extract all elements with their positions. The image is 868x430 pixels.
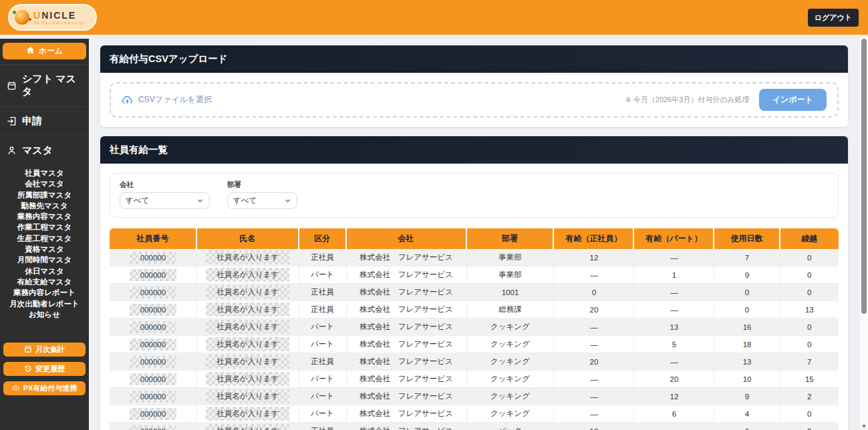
table-cell: 7 — [780, 353, 839, 371]
upload-note: ※ 今月（2026年3月）付与分のみ処理 — [625, 95, 749, 105]
table-cell: パック — [467, 423, 555, 430]
page-scrollbar[interactable]: ▼ — [860, 37, 868, 430]
sidebar-section-label: マスタ — [22, 144, 53, 157]
table-cell: 0 — [780, 266, 839, 284]
sidebar-subitem[interactable]: 有給支給マスタ — [0, 276, 89, 287]
chevron-down-icon — [196, 197, 204, 204]
table-cell: 0 — [780, 405, 839, 423]
app-logo[interactable]: UNICLE フレアユニクルソリューション — [8, 4, 97, 31]
csv-file-select-button[interactable]: CSVファイルを選択 — [122, 94, 212, 105]
table-column-header: 区分 — [299, 228, 347, 249]
table-cell: — — [634, 249, 714, 266]
table-cell: — — [554, 371, 634, 388]
table-cell: 10 — [714, 371, 780, 388]
employee-number-censored: 000000 — [130, 408, 176, 420]
csv-file-select-label: CSVファイルを選択 — [138, 94, 212, 105]
employee-number-censored: 000000 — [130, 356, 176, 368]
csv-dropzone[interactable]: CSVファイルを選択 ※ 今月（2026年3月）付与分のみ処理 インポート — [110, 82, 839, 118]
sidebar-subitem[interactable]: 作業工程マスタ — [0, 222, 89, 232]
table-cell: — — [554, 266, 634, 284]
table-cell: 1001 — [467, 284, 555, 301]
sidebar-subitem[interactable]: 業務内容マスタ — [0, 211, 89, 222]
sidebar-item-application[interactable]: 申請 — [0, 107, 89, 136]
sidebar-subitem[interactable]: 資格マスタ — [0, 244, 89, 254]
sidebar-item-home[interactable]: ホーム — [3, 43, 86, 59]
employee-name-censored: 社員名が入ります — [206, 372, 289, 386]
table-cell: 13 — [780, 301, 839, 318]
table-column-header: 部署 — [467, 228, 555, 249]
department-filter-select[interactable]: すべて — [227, 192, 297, 209]
table-cell: 9 — [714, 266, 780, 284]
filter-box: 会社 すべて 部署 すべて — [110, 173, 839, 218]
import-button[interactable]: インポート — [759, 89, 827, 111]
sidebar-action-label: 変更履歴 — [35, 364, 65, 374]
csv-upload-card-title: 有給付与CSVアップロード — [100, 45, 848, 73]
sidebar-subitem[interactable]: 勤務先マスタ — [0, 200, 89, 211]
table-cell: 正社員 — [299, 284, 347, 301]
sidebar-item-px-paid-leave-link[interactable]: PX有給付与連携 — [3, 381, 86, 395]
sidebar-home-label: ホーム — [39, 45, 63, 57]
employee-table-body: 000000社員名が入ります正社員株式会社 フレアサービス事業部12—70000… — [110, 249, 839, 430]
sidebar-item-monthly-summary[interactable]: 月次集計 — [3, 343, 86, 357]
sidebar-subitem[interactable]: 所属部課マスタ — [0, 190, 89, 200]
sidebar-item-change-history[interactable]: 変更履歴 — [3, 362, 86, 376]
table-cell: 000000 — [110, 318, 197, 336]
table-cell: 000000 — [110, 371, 197, 388]
sidebar-item-shift-master[interactable]: シフト マスタ — [0, 65, 89, 107]
sidebar-subitem[interactable]: 業務内容レポート — [0, 287, 89, 298]
table-cell: 事業部 — [467, 249, 555, 266]
table-cell: 正社員 — [299, 249, 347, 266]
table-cell: 13 — [634, 318, 714, 336]
table-cell: 社員名が入ります — [197, 284, 299, 301]
sidebar: ホーム シフト マスタ 申請 マスタ 社員マスタ会社マスタ所属部課マスタ勤務先マ… — [0, 39, 89, 430]
table-cell: 事業部 — [467, 266, 555, 284]
table-cell: 5 — [634, 336, 714, 353]
table-column-header: 会社 — [347, 228, 467, 249]
sidebar-item-master[interactable]: マスタ — [0, 136, 89, 165]
table-cell: 000000 — [110, 266, 197, 284]
csv-upload-card: 有給付与CSVアップロード CSVファイルを選択 ※ 今月（2026年3月）付与… — [100, 45, 848, 127]
sidebar-subitem[interactable]: 社員マスタ — [0, 168, 89, 178]
table-cell: 社員名が入ります — [197, 423, 299, 430]
logout-button[interactable]: ログアウト — [808, 9, 859, 27]
company-filter-select[interactable]: すべて — [120, 192, 210, 209]
sidebar-subitem[interactable]: 休日マスタ — [0, 266, 89, 276]
table-cell: 株式会社 フレアサービス — [347, 423, 467, 430]
sidebar-subitem[interactable]: 生産工程マスタ — [0, 233, 89, 244]
scrollbar-thumb[interactable] — [861, 39, 867, 314]
table-cell: — — [554, 388, 634, 405]
sidebar-subitem[interactable]: 月間時間マスタ — [0, 254, 89, 265]
sidebar-section-label: 申請 — [22, 115, 42, 128]
table-cell: 社員名が入ります — [197, 301, 299, 318]
table-column-header: 社員番号 — [110, 228, 197, 249]
table-cell: 株式会社 フレアサービス — [347, 405, 467, 423]
scrollbar-down-arrow[interactable]: ▼ — [860, 423, 868, 429]
table-cell: — — [554, 336, 634, 353]
employee-number-censored: 000000 — [130, 304, 176, 316]
sidebar-subitem[interactable]: 会社マスタ — [0, 178, 89, 189]
logo-subtitle: フレアユニクルソリューション — [33, 21, 86, 25]
person-icon — [7, 146, 17, 156]
table-cell: 0 — [714, 284, 780, 301]
table-row: 000000社員名が入りますパート株式会社 フレアサービス事業部—190 — [110, 266, 839, 284]
table-cell: 株式会社 フレアサービス — [347, 249, 467, 266]
company-filter-label: 会社 — [120, 180, 210, 190]
table-cell: 2 — [780, 423, 839, 430]
sidebar-subitem[interactable]: 月次出勤者レポート — [0, 298, 89, 309]
table-cell: 000000 — [110, 249, 197, 266]
table-cell: パート — [299, 388, 347, 405]
employee-number-censored: 000000 — [130, 269, 176, 281]
department-filter-label: 部署 — [227, 180, 297, 190]
table-cell: クッキング — [467, 336, 555, 353]
sidebar-subitem[interactable]: お知らせ — [0, 309, 89, 320]
sidebar-section-label: シフト マスタ — [22, 73, 82, 98]
table-cell: 13 — [714, 353, 780, 371]
sidebar-master-submenu: 社員マスタ会社マスタ所属部課マスタ勤務先マスタ業務内容マスタ作業工程マスタ生産工… — [0, 165, 89, 327]
table-cell: 4 — [714, 405, 780, 423]
table-cell: 社員名が入ります — [197, 336, 299, 353]
table-column-header: 有給（パート） — [634, 228, 714, 249]
table-cell: 株式会社 フレアサービス — [347, 336, 467, 353]
table-cell: 0 — [780, 284, 839, 301]
table-cell: 15 — [780, 371, 839, 388]
table-cell: 9 — [714, 388, 780, 405]
